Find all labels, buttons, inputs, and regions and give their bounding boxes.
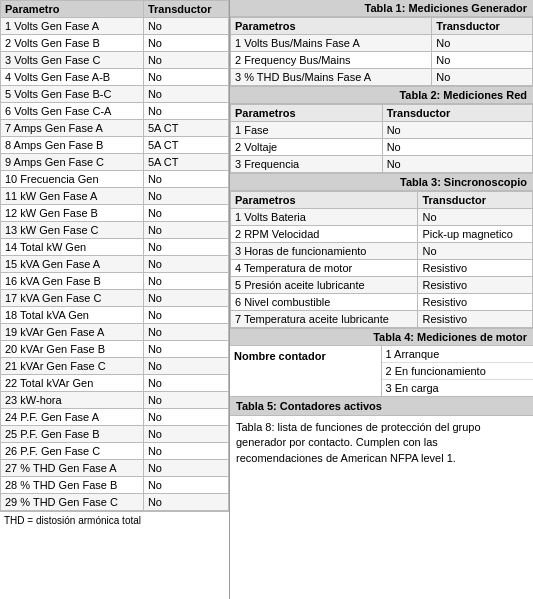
table2-title: Tabla 2: Mediciones Red (230, 87, 533, 104)
left-parametro-cell: 21 kVAr Gen Fase C (1, 358, 144, 375)
table-row: 1 Volts BateriaNo (231, 209, 533, 226)
left-parametro-cell: 12 kW Gen Fase B (1, 205, 144, 222)
parametros-cell: 7 Temperatura aceite lubricante (231, 311, 418, 328)
table4-right-item: 1 Arranque (382, 346, 534, 363)
t2-col-transductor: Transductor (382, 105, 532, 122)
left-parametro-cell: 16 kVA Gen Fase B (1, 273, 144, 290)
table1-section: Tabla 1: Mediciones Generador Parametros… (230, 0, 533, 87)
parametros-cell: 3 % THD Bus/Mains Fase A (231, 69, 432, 86)
left-parametro-cell: 8 Amps Gen Fase B (1, 137, 144, 154)
parametros-cell: 1 Fase (231, 122, 383, 139)
left-table-row: 9 Amps Gen Fase C5A CT (1, 154, 229, 171)
left-parametro-cell: 14 Total kW Gen (1, 239, 144, 256)
left-transductor-cell: No (143, 35, 228, 52)
table-row: 3 % THD Bus/Mains Fase ANo (231, 69, 533, 86)
table-row: 1 Volts Bus/Mains Fase ANo (231, 35, 533, 52)
left-transductor-cell: No (143, 307, 228, 324)
left-transductor-cell: No (143, 188, 228, 205)
left-table-row: 18 Total kVA GenNo (1, 307, 229, 324)
left-parametro-cell: 26 P.F. Gen Fase C (1, 443, 144, 460)
left-transductor-cell: No (143, 222, 228, 239)
left-table-row: 2 Volts Gen Fase BNo (1, 35, 229, 52)
left-col-parametro: Parametro (1, 1, 144, 18)
transductor-cell: No (418, 209, 533, 226)
left-transductor-cell: No (143, 443, 228, 460)
parametros-cell: 1 Volts Bateria (231, 209, 418, 226)
left-table-row: 19 kVAr Gen Fase ANo (1, 324, 229, 341)
left-transductor-cell: No (143, 494, 228, 511)
left-transductor-cell: No (143, 171, 228, 188)
table-row: 5 Presión aceite lubricanteResistivo (231, 277, 533, 294)
left-parametro-cell: 9 Amps Gen Fase C (1, 154, 144, 171)
transductor-cell: Resistivo (418, 311, 533, 328)
left-table-row: 11 kW Gen Fase ANo (1, 188, 229, 205)
table-row: 3 Horas de funcionamientoNo (231, 243, 533, 260)
left-table-row: 13 kW Gen Fase CNo (1, 222, 229, 239)
left-table-row: 20 kVAr Gen Fase BNo (1, 341, 229, 358)
left-parametro-cell: 29 % THD Gen Fase C (1, 494, 144, 511)
transductor-cell: Resistivo (418, 277, 533, 294)
left-transductor-cell: No (143, 460, 228, 477)
left-table-row: 8 Amps Gen Fase B5A CT (1, 137, 229, 154)
left-transductor-cell: No (143, 103, 228, 120)
table2-section: Tabla 2: Mediciones Red Parametros Trans… (230, 87, 533, 174)
left-panel: Parametro Transductor 1 Volts Gen Fase A… (0, 0, 230, 599)
left-transductor-cell: No (143, 392, 228, 409)
left-table-row: 28 % THD Gen Fase BNo (1, 477, 229, 494)
left-parametro-cell: 2 Volts Gen Fase B (1, 35, 144, 52)
parametros-cell: 2 RPM Velocidad (231, 226, 418, 243)
table3-section: Tabla 3: Sincronoscopio Parametros Trans… (230, 174, 533, 329)
t3-col-parametros: Parametros (231, 192, 418, 209)
left-parametro-cell: 27 % THD Gen Fase A (1, 460, 144, 477)
left-table-row: 4 Volts Gen Fase A-BNo (1, 69, 229, 86)
left-transductor-cell: No (143, 375, 228, 392)
transductor-cell: No (432, 35, 533, 52)
left-transductor-cell: 5A CT (143, 137, 228, 154)
transductor-cell: No (432, 69, 533, 86)
left-transductor-cell: 5A CT (143, 120, 228, 137)
left-parametro-cell: 10 Frecuencia Gen (1, 171, 144, 188)
left-table-row: 22 Total kVAr GenNo (1, 375, 229, 392)
t3-col-transductor: Transductor (418, 192, 533, 209)
left-parametro-cell: 24 P.F. Gen Fase A (1, 409, 144, 426)
left-parametro-cell: 20 kVAr Gen Fase B (1, 341, 144, 358)
table-row: 4 Temperatura de motorResistivo (231, 260, 533, 277)
transductor-cell: Resistivo (418, 294, 533, 311)
transductor-cell: No (382, 156, 532, 173)
left-transductor-cell: No (143, 273, 228, 290)
main-container: Parametro Transductor 1 Volts Gen Fase A… (0, 0, 533, 599)
table-row: 6 Nivel combustibleResistivo (231, 294, 533, 311)
left-parametro-cell: 1 Volts Gen Fase A (1, 18, 144, 35)
table3-title: Tabla 3: Sincronoscopio (230, 174, 533, 191)
left-transductor-cell: 5A CT (143, 154, 228, 171)
left-transductor-cell: No (143, 290, 228, 307)
parametros-cell: 1 Volts Bus/Mains Fase A (231, 35, 432, 52)
table2: Parametros Transductor 1 FaseNo2 Voltaje… (230, 104, 533, 173)
left-parametro-cell: 7 Amps Gen Fase A (1, 120, 144, 137)
left-transductor-cell: No (143, 18, 228, 35)
table4-inner: Nombre contador 1 Arranque2 En funcionam… (230, 346, 533, 396)
transductor-cell: No (382, 122, 532, 139)
table-row: 2 RPM VelocidadPick-up magnetico (231, 226, 533, 243)
table-row: 2 VoltajeNo (231, 139, 533, 156)
left-parametro-cell: 13 kW Gen Fase C (1, 222, 144, 239)
left-parametro-cell: 25 P.F. Gen Fase B (1, 426, 144, 443)
parametros-cell: 3 Horas de funcionamiento (231, 243, 418, 260)
transductor-cell: No (418, 243, 533, 260)
transductor-cell: Resistivo (418, 260, 533, 277)
left-parametro-cell: 11 kW Gen Fase A (1, 188, 144, 205)
table-row: 7 Temperatura aceite lubricanteResistivo (231, 311, 533, 328)
left-table-row: 17 kVA Gen Fase CNo (1, 290, 229, 307)
table-row: 2 Frequency Bus/MainsNo (231, 52, 533, 69)
left-parametro-cell: 4 Volts Gen Fase A-B (1, 69, 144, 86)
table4-right-item: 3 En carga (382, 380, 534, 396)
left-table-row: 21 kVAr Gen Fase CNo (1, 358, 229, 375)
left-table-row: 29 % THD Gen Fase CNo (1, 494, 229, 511)
parametros-cell: 3 Frequencia (231, 156, 383, 173)
left-table-row: 15 kVA Gen Fase ANo (1, 256, 229, 273)
left-table-row: 26 P.F. Gen Fase CNo (1, 443, 229, 460)
left-parametro-cell: 15 kVA Gen Fase A (1, 256, 144, 273)
left-table-row: 1 Volts Gen Fase ANo (1, 18, 229, 35)
left-transductor-cell: No (143, 324, 228, 341)
left-table-row: 24 P.F. Gen Fase ANo (1, 409, 229, 426)
